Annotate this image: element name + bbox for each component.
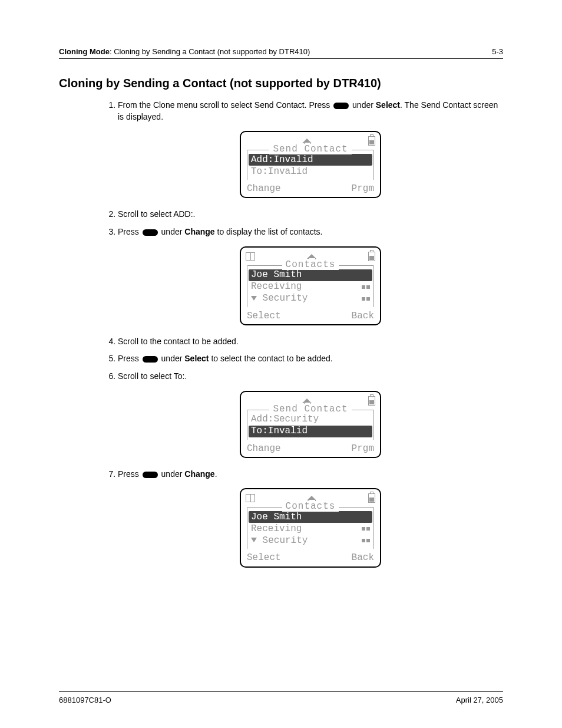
screen-title: Contacts [282, 501, 339, 512]
list-item: Receiving [247, 523, 373, 535]
list-item-selected: Add:Invalid [249, 154, 372, 166]
arrow-down-icon [251, 296, 257, 301]
device-screen-contacts-1: Contacts Joe Smith Receiving Security Se… [240, 246, 381, 325]
footer-doc-id: 6881097C81-O [59, 696, 111, 704]
softkey-left: Select [247, 552, 281, 564]
list-item-selected: Joe Smith [249, 269, 372, 281]
step-list: From the Clone menu scroll to select Sen… [118, 100, 503, 568]
device-screen-send-contact-1: Send Contact Add:Invalid To:Invalid Chan… [240, 131, 381, 198]
device-screen-contacts-2: Contacts Joe Smith Receiving Security Se… [240, 488, 381, 567]
softkey-left: Change [247, 183, 281, 195]
home-icon [307, 496, 316, 500]
step-3: Press under Change to display the list o… [118, 226, 503, 325]
list-item: Security [247, 535, 373, 546]
step-7: Press under Change. Contacts Joe Smith R… [118, 469, 503, 568]
list-item-selected: To:Invalid [249, 426, 372, 437]
step-4: Scroll to the contact to be added. [118, 336, 503, 348]
header-section: Cloning Mode [59, 47, 110, 56]
page-header: Cloning Mode: Cloning by Sending a Conta… [59, 47, 503, 59]
softkey-right: Back [352, 311, 374, 322]
list-item: To:Invalid [247, 166, 373, 177]
page-title: Cloning by Sending a Contact (not suppor… [59, 77, 503, 90]
screen-title: Send Contact [269, 144, 351, 154]
footer-date: April 27, 2005 [456, 696, 503, 704]
header-subsection: Cloning by Sending a Contact (not suppor… [114, 47, 310, 56]
softkey-button-icon [143, 356, 158, 363]
home-icon [302, 139, 312, 143]
group-icon [362, 538, 370, 543]
step-2: Scroll to select ADD:. [118, 209, 503, 220]
group-icon [362, 526, 370, 532]
screen-title: Contacts [282, 259, 339, 270]
softkey-right: Prgm [352, 183, 374, 195]
list-item: Receiving [247, 281, 373, 293]
home-icon [307, 254, 316, 259]
list-item: Security [247, 293, 373, 305]
arrow-down-icon [251, 538, 257, 542]
step-6: Scroll to select To:. Send Contact Add:S… [118, 371, 503, 458]
softkey-button-icon [333, 103, 349, 109]
softkey-right: Back [352, 552, 374, 564]
softkey-button-icon [143, 229, 158, 236]
screen-title: Send Contact [269, 404, 351, 414]
list-item: Add:Security [247, 414, 373, 426]
softkey-right: Prgm [352, 443, 374, 454]
device-screen-send-contact-2: Send Contact Add:Security To:Invalid Cha… [240, 391, 381, 458]
group-icon [362, 284, 370, 290]
softkey-left: Select [247, 311, 281, 322]
step-1: From the Clone menu scroll to select Sen… [118, 100, 503, 198]
group-icon [362, 296, 370, 302]
softkey-button-icon [143, 472, 158, 478]
softkey-left: Change [247, 443, 281, 454]
list-item-selected: Joe Smith [249, 511, 372, 523]
step-5: Press under Select to select the contact… [118, 353, 503, 365]
page-footer: 6881097C81-O April 27, 2005 [59, 691, 503, 704]
home-icon [302, 398, 312, 403]
header-page-number: 5-3 [492, 47, 503, 56]
